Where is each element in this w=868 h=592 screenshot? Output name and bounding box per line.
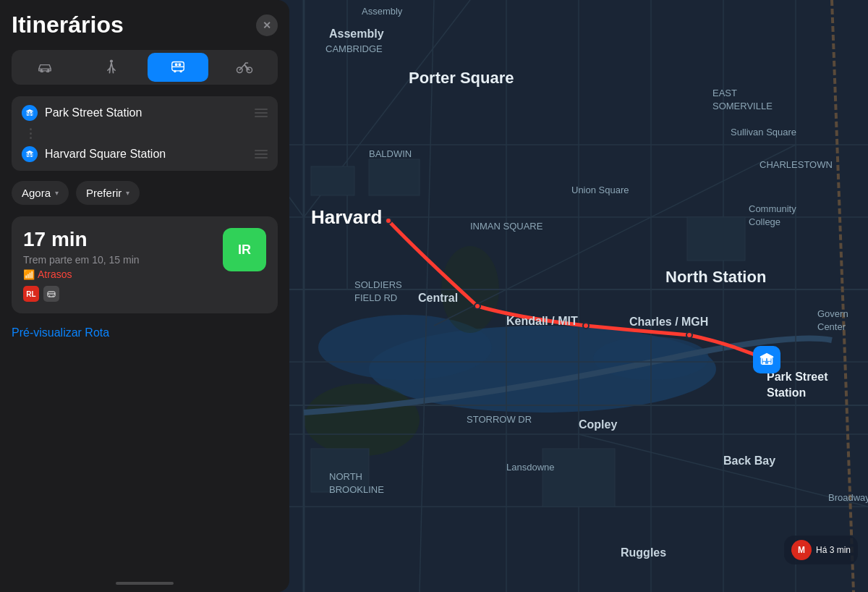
- svg-point-41: [174, 70, 176, 72]
- route-modes: RL: [23, 286, 214, 302]
- transit-badge: [43, 286, 59, 302]
- transit-mode-tab[interactable]: [148, 53, 208, 82]
- car-mode-tab[interactable]: [14, 53, 75, 82]
- origin-icon: [22, 105, 38, 121]
- prefer-filter-label: Preferir: [86, 187, 122, 199]
- svg-point-49: [31, 114, 33, 116]
- delay-label: Atrasos: [38, 268, 72, 280]
- svg-rect-43: [175, 64, 177, 66]
- bike-mode-tab[interactable]: [214, 53, 275, 82]
- origin-drag-handle[interactable]: [255, 109, 268, 117]
- route-duration: 17 min: [23, 228, 214, 251]
- svg-point-34: [768, 362, 771, 365]
- close-button[interactable]: ✕: [256, 14, 278, 36]
- origin-label[interactable]: Park Street Station: [45, 106, 247, 119]
- station-kendall: [582, 322, 590, 329]
- delay-wifi-icon: 📶: [23, 269, 35, 280]
- route-info: 17 min Trem parte em 10, 15 min 📶 Atraso…: [23, 228, 214, 302]
- origin-row: Park Street Station: [22, 105, 268, 121]
- svg-point-37: [40, 69, 42, 71]
- destination-drag-handle[interactable]: [255, 150, 268, 158]
- svg-rect-29: [687, 217, 745, 261]
- walk-mode-tab[interactable]: [81, 53, 142, 82]
- station-harvard: [385, 217, 392, 224]
- filter-row: Agora ▾ Preferir ▾: [12, 181, 278, 205]
- svg-point-59: [53, 295, 54, 297]
- svg-rect-35: [763, 358, 767, 361]
- delay-notification: M Há 3 min: [784, 536, 858, 564]
- red-line-badge: RL: [23, 286, 39, 302]
- route-depart: Trem parte em 10, 15 min: [23, 254, 214, 266]
- svg-rect-25: [311, 166, 354, 195]
- svg-rect-26: [369, 159, 420, 195]
- time-filter-label: Agora: [22, 187, 51, 199]
- notification-time: Há 3 min: [816, 545, 851, 555]
- svg-rect-44: [179, 64, 181, 66]
- svg-point-33: [763, 362, 766, 365]
- svg-point-53: [27, 156, 29, 157]
- station-central: [474, 303, 481, 310]
- svg-rect-27: [311, 449, 369, 492]
- sidebar-panel: Itinerários ✕: [0, 0, 289, 592]
- svg-point-42: [179, 70, 182, 72]
- route-divider: [22, 128, 268, 139]
- destination-label[interactable]: Harvard Square Station: [45, 148, 247, 161]
- svg-point-39: [110, 59, 113, 62]
- svg-point-54: [31, 156, 33, 157]
- bottom-indicator: [116, 582, 174, 585]
- prefer-filter-chevron: ▾: [126, 189, 129, 197]
- time-filter-chevron: ▾: [55, 189, 59, 197]
- svg-point-4: [304, 384, 420, 456]
- destination-row: Harvard Square Station: [22, 146, 268, 162]
- svg-rect-50: [27, 112, 29, 114]
- svg-rect-56: [30, 153, 32, 155]
- station-charles: [686, 331, 693, 339]
- svg-rect-55: [27, 153, 29, 155]
- svg-point-48: [27, 114, 29, 116]
- destination-icon: [22, 146, 38, 162]
- preview-route-link[interactable]: Pré-visualizar Rota: [12, 324, 278, 342]
- route-card: 17 min Trem parte em 10, 15 min 📶 Atraso…: [12, 216, 278, 313]
- svg-rect-51: [30, 112, 32, 114]
- svg-point-58: [49, 295, 51, 297]
- mode-tabs: [12, 50, 278, 85]
- svg-point-38: [47, 69, 49, 71]
- route-delay: 📶 Atrasos: [23, 268, 214, 280]
- route-inputs: Park Street Station Harvard Sq: [12, 96, 278, 171]
- svg-rect-47: [26, 111, 33, 116]
- svg-rect-52: [26, 153, 33, 157]
- go-button[interactable]: IR: [223, 228, 266, 271]
- sidebar-header: Itinerários ✕: [12, 12, 278, 38]
- sidebar-title: Itinerários: [12, 12, 124, 38]
- svg-rect-28: [542, 449, 615, 507]
- time-filter[interactable]: Agora ▾: [12, 181, 69, 205]
- notification-icon: M: [791, 540, 812, 560]
- prefer-filter[interactable]: Preferir ▾: [76, 181, 140, 205]
- park-street-station-icon: [753, 346, 780, 373]
- svg-rect-36: [767, 358, 771, 361]
